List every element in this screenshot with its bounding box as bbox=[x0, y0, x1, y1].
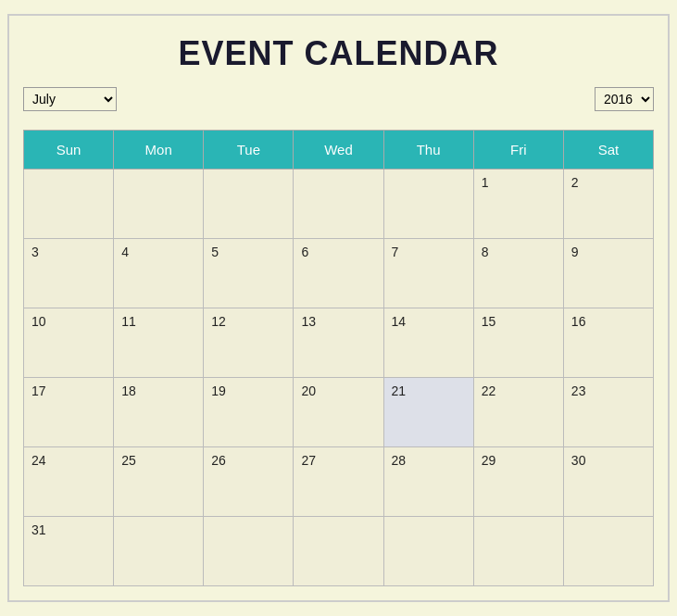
month-select[interactable]: JanuaryFebruaryMarchAprilMayJuneJulyAugu… bbox=[23, 87, 117, 111]
day-header-sat: Sat bbox=[563, 131, 653, 170]
calendar-cell[interactable]: 18 bbox=[114, 378, 204, 447]
calendar-cell[interactable]: 9 bbox=[563, 239, 653, 308]
calendar-cell[interactable] bbox=[383, 170, 473, 239]
calendar-cell[interactable] bbox=[204, 170, 294, 239]
calendar-cell[interactable]: 21 bbox=[383, 378, 473, 447]
day-header-tue: Tue bbox=[204, 131, 294, 170]
calendar-cell[interactable]: 2 bbox=[563, 170, 653, 239]
calendar-cell[interactable] bbox=[294, 170, 383, 239]
calendar-cell[interactable]: 22 bbox=[473, 378, 563, 447]
calendar-cell[interactable]: 5 bbox=[204, 239, 294, 308]
calendar-cell[interactable]: 10 bbox=[24, 308, 114, 378]
calendar-cell[interactable]: 11 bbox=[114, 308, 204, 378]
calendar-week-5: 24252627282930 bbox=[24, 447, 654, 517]
year-select[interactable]: 20142015201620172018 bbox=[595, 87, 654, 111]
calendar-cell[interactable]: 31 bbox=[24, 517, 114, 586]
calendar-cell[interactable] bbox=[473, 517, 563, 586]
calendar-cell[interactable]: 17 bbox=[24, 378, 114, 447]
calendar-week-4: 17181920212223 bbox=[24, 378, 654, 447]
calendar-cell[interactable]: 24 bbox=[24, 447, 114, 517]
calendar-week-1: 12 bbox=[24, 170, 654, 239]
calendar-cell[interactable]: 6 bbox=[294, 239, 383, 308]
calendar-cell[interactable]: 27 bbox=[294, 447, 383, 517]
calendar-cell[interactable]: 8 bbox=[473, 239, 563, 308]
day-header-sun: Sun bbox=[24, 131, 114, 170]
calendar-cell[interactable] bbox=[114, 170, 204, 239]
calendar-cell[interactable] bbox=[204, 517, 294, 586]
calendar-cell[interactable]: 13 bbox=[294, 308, 383, 378]
calendar-grid: SunMonTueWedThuFriSat 123456789101112131… bbox=[23, 130, 654, 586]
calendar-container: EVENT CALENDAR JanuaryFebruaryMarchApril… bbox=[7, 14, 670, 602]
calendar-controls: JanuaryFebruaryMarchAprilMayJuneJulyAugu… bbox=[23, 87, 654, 111]
day-header-wed: Wed bbox=[294, 131, 383, 170]
calendar-cell[interactable]: 15 bbox=[473, 308, 563, 378]
calendar-cell[interactable]: 3 bbox=[24, 239, 114, 308]
calendar-cell[interactable]: 30 bbox=[563, 447, 653, 517]
calendar-cell[interactable]: 29 bbox=[473, 447, 563, 517]
calendar-week-2: 3456789 bbox=[24, 239, 654, 308]
day-header-mon: Mon bbox=[114, 131, 204, 170]
calendar-cell[interactable]: 25 bbox=[114, 447, 204, 517]
calendar-title: EVENT CALENDAR bbox=[23, 25, 654, 87]
day-header-thu: Thu bbox=[383, 131, 473, 170]
calendar-cell[interactable]: 4 bbox=[114, 239, 204, 308]
calendar-cell[interactable]: 19 bbox=[204, 378, 294, 447]
calendar-cell[interactable] bbox=[24, 170, 114, 239]
calendar-cell[interactable]: 12 bbox=[204, 308, 294, 378]
calendar-week-6: 31 bbox=[24, 517, 654, 586]
calendar-cell[interactable]: 28 bbox=[383, 447, 473, 517]
calendar-cell[interactable] bbox=[563, 517, 653, 586]
calendar-cell[interactable]: 26 bbox=[204, 447, 294, 517]
calendar-week-3: 10111213141516 bbox=[24, 308, 654, 378]
calendar-cell[interactable]: 1 bbox=[473, 170, 563, 239]
calendar-cell[interactable] bbox=[294, 517, 383, 586]
calendar-cell[interactable]: 7 bbox=[383, 239, 473, 308]
calendar-cell[interactable]: 16 bbox=[563, 308, 653, 378]
calendar-cell[interactable]: 14 bbox=[383, 308, 473, 378]
calendar-cell[interactable]: 23 bbox=[563, 378, 653, 447]
calendar-cell[interactable] bbox=[114, 517, 204, 586]
calendar-cell[interactable] bbox=[383, 517, 473, 586]
calendar-cell[interactable]: 20 bbox=[294, 378, 383, 447]
day-header-fri: Fri bbox=[473, 131, 563, 170]
